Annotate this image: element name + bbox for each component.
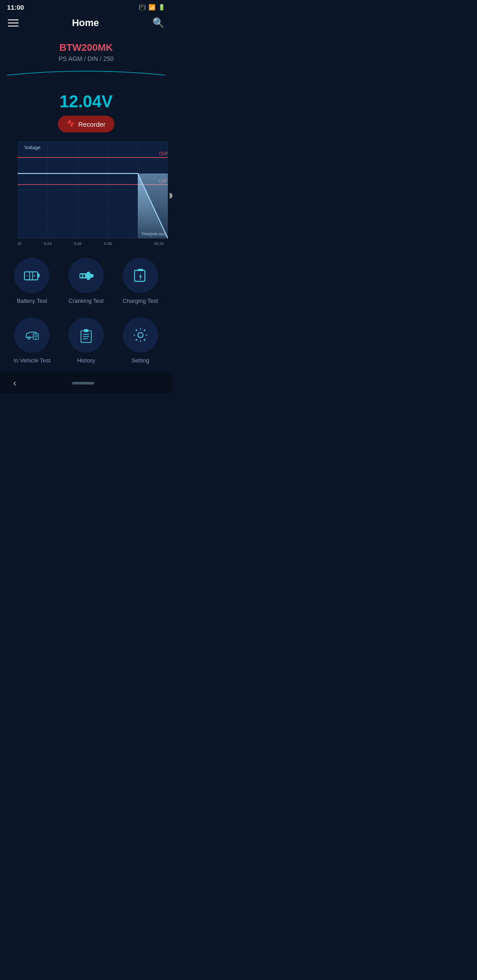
svg-text:00:31: 00:31 [154, 241, 164, 246]
in-vehicle-test-item[interactable]: In Vehicle Test [7, 317, 57, 364]
setting-item[interactable]: Setting [115, 317, 165, 364]
chart-y-label: Voltage [24, 145, 41, 150]
battery-test-circle: - + [14, 258, 49, 293]
chart-wrap: OVP LVP 18 15 12 9 [18, 141, 168, 249]
charging-test-label: Charging Test [123, 298, 158, 304]
recorder-icon [67, 119, 75, 129]
battery-test-label: Battery Test [17, 298, 47, 304]
status-icons: 📳 📶 🔋 [139, 4, 165, 11]
svg-rect-44 [138, 269, 143, 271]
home-indicator[interactable] [72, 382, 94, 384]
wifi-icon: 📶 [148, 4, 155, 11]
svg-text:0:28: 0:28 [104, 241, 112, 246]
cranking-test-item[interactable]: Cranking Test [61, 258, 111, 304]
nav-grid-row2: In Vehicle Test History [0, 309, 172, 368]
svg-text:0:24: 0:24 [44, 241, 52, 246]
svg-text:0:22: 0:22 [18, 241, 22, 246]
svg-marker-45 [139, 273, 142, 281]
chart-expand-arrow[interactable]: ▶ [170, 190, 172, 200]
status-bar: 11:00 📳 📶 🔋 [0, 0, 172, 13]
history-circle [68, 317, 104, 353]
voltage-section: 12.04V Recorder [0, 83, 172, 137]
battery-test-item[interactable]: - + Battery Test [7, 258, 57, 304]
top-nav: Home 🔍 [0, 13, 172, 33]
svg-text:+: + [34, 274, 36, 278]
charging-test-item[interactable]: Charging Test [115, 258, 165, 304]
battery-icon: 🔋 [158, 4, 165, 11]
svg-rect-55 [84, 329, 88, 332]
svg-rect-39 [87, 272, 90, 280]
in-vehicle-test-label: In Vehicle Test [14, 357, 51, 364]
svg-rect-41 [80, 275, 82, 278]
voltage-value: 12.04V [7, 92, 165, 111]
page-title: Home [72, 17, 99, 29]
history-item[interactable]: History [61, 317, 111, 364]
svg-point-46 [28, 337, 30, 339]
vibrate-icon: 📳 [139, 4, 146, 11]
svg-point-59 [138, 332, 143, 338]
svg-rect-33 [38, 274, 40, 277]
in-vehicle-test-icon [23, 326, 41, 344]
device-spec: PS AGM / DIN / 250 [7, 55, 165, 62]
recorder-label: Recorder [78, 121, 106, 128]
cranking-test-icon [77, 267, 95, 284]
nav-grid-row1: - + Battery Test Cranking Test [0, 249, 172, 309]
search-button[interactable]: 🔍 [152, 17, 164, 29]
charging-test-icon [132, 267, 149, 284]
cranking-test-circle [68, 258, 104, 293]
chart-x-label: Time(min:sec) [141, 232, 167, 236]
svg-rect-42 [83, 275, 85, 278]
svg-text:OVP: OVP [159, 151, 168, 156]
cranking-test-label: Cranking Test [68, 298, 103, 304]
device-name: BTW200MK [7, 42, 165, 53]
svg-text:0:26: 0:26 [74, 241, 82, 246]
battery-test-icon: - + [23, 267, 41, 284]
curve-divider [7, 67, 165, 77]
back-button[interactable]: ‹ [13, 378, 16, 388]
voltage-chart: OVP LVP 18 15 12 9 [18, 141, 168, 247]
history-label: History [77, 357, 95, 364]
menu-button[interactable] [8, 19, 19, 26]
svg-text:-: - [27, 273, 28, 278]
charging-test-circle [123, 258, 158, 293]
in-vehicle-test-circle [14, 317, 49, 353]
status-time: 11:00 [7, 4, 24, 11]
device-info: BTW200MK PS AGM / DIN / 250 [0, 33, 172, 83]
setting-icon [132, 326, 149, 344]
history-icon [77, 326, 95, 344]
setting-label: Setting [131, 357, 149, 364]
recorder-button[interactable]: Recorder [58, 116, 114, 132]
chart-container: OVP LVP 18 15 12 9 [0, 141, 172, 249]
setting-circle [123, 317, 158, 353]
svg-marker-40 [90, 273, 93, 279]
bottom-navigation-bar: ‹ [0, 373, 172, 393]
